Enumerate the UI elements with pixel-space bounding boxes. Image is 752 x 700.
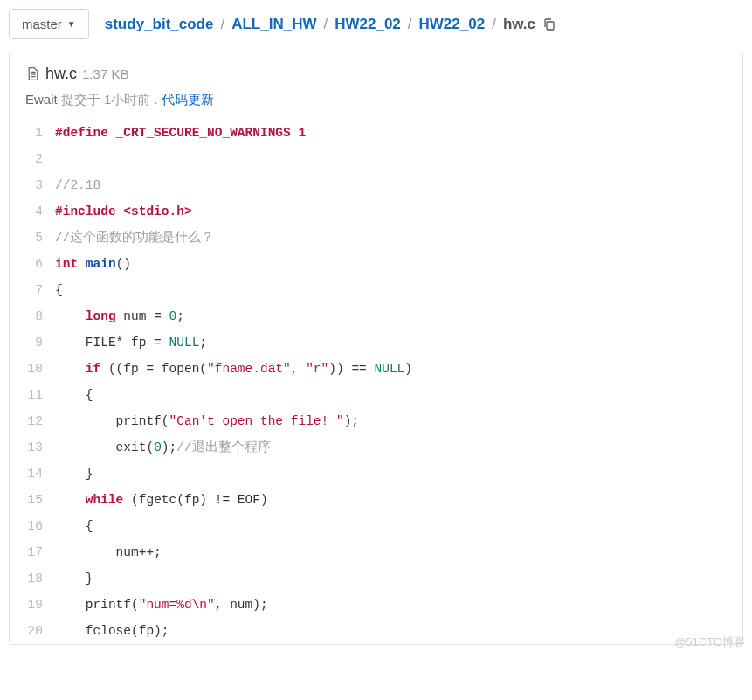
branch-selector[interactable]: master ▼ (9, 9, 89, 39)
line-number[interactable]: 6 (18, 251, 43, 277)
commit-dot: . (155, 92, 158, 107)
commit-author: Ewait (25, 92, 58, 107)
file-name: hw.c (45, 65, 77, 83)
line-number[interactable]: 4 (18, 198, 43, 225)
code-line: FILE* fp = NULL; (55, 329, 742, 356)
commit-message[interactable]: 代码更新 (162, 92, 214, 107)
breadcrumb-sep: / (492, 16, 496, 33)
code-line: int main() (55, 251, 742, 277)
file-title-row: hw.c 1.37 KB (25, 65, 727, 83)
breadcrumb-sep: / (408, 16, 412, 33)
line-number[interactable]: 16 (18, 513, 43, 539)
code-content: #define _CRT_SECURE_NO_WARNINGS 1 //2.18… (55, 120, 742, 644)
code-line: #define _CRT_SECURE_NO_WARNINGS 1 (55, 120, 742, 146)
commit-action: 提交于 (61, 92, 100, 107)
line-number-gutter: 1234567891011121314151617181920 (10, 120, 55, 644)
code-line: { (55, 277, 742, 303)
breadcrumb-link[interactable]: HW22_02 (419, 16, 486, 33)
code-line: printf("Can't open the file! "); (55, 408, 742, 434)
line-number[interactable]: 1 (18, 120, 43, 146)
code-line (55, 146, 742, 172)
line-number[interactable]: 8 (18, 303, 43, 329)
code-line: long num = 0; (55, 303, 742, 329)
code-line: //2.18 (55, 172, 742, 198)
file-panel: hw.c 1.37 KB Ewait 提交于 1小时前 . 代码更新 12345… (9, 52, 743, 645)
code-line: { (55, 513, 742, 539)
code-line: num++; (55, 539, 742, 565)
line-number[interactable]: 14 (18, 461, 43, 487)
code-line: fclose(fp); (55, 618, 742, 644)
caret-down-icon: ▼ (67, 19, 76, 29)
line-number[interactable]: 5 (18, 225, 43, 251)
svg-rect-0 (547, 22, 554, 30)
line-number[interactable]: 3 (18, 172, 43, 198)
file-header: hw.c 1.37 KB Ewait 提交于 1小时前 . 代码更新 (10, 52, 742, 114)
code-line: while (fgetc(fp) != EOF) (55, 487, 742, 513)
breadcrumb-link[interactable]: ALL_IN_HW (231, 16, 316, 33)
line-number[interactable]: 7 (18, 277, 43, 303)
breadcrumb-sep: / (323, 16, 328, 33)
breadcrumb-link[interactable]: study_bit_code (105, 16, 214, 33)
branch-label: master (22, 17, 62, 31)
line-number[interactable]: 9 (18, 329, 43, 356)
code-area: 1234567891011121314151617181920 #define … (10, 114, 742, 644)
breadcrumb-link[interactable]: HW22_02 (335, 16, 401, 33)
line-number[interactable]: 19 (18, 592, 43, 618)
breadcrumb: study_bit_code / ALL_IN_HW / HW22_02 / H… (105, 16, 556, 33)
file-size: 1.37 KB (82, 66, 128, 81)
code-line: printf("num=%d\n", num); (55, 592, 742, 618)
line-number[interactable]: 17 (18, 539, 43, 565)
commit-time: 1小时前 (104, 92, 150, 107)
line-number[interactable]: 15 (18, 487, 43, 513)
code-line: //这个函数的功能是什么？ (55, 225, 742, 251)
line-number[interactable]: 2 (18, 146, 43, 172)
header-row: master ▼ study_bit_code / ALL_IN_HW / HW… (9, 9, 743, 39)
code-line: #include <stdio.h> (55, 198, 742, 225)
code-line: if ((fp = fopen("fname.dat", "r")) == NU… (55, 356, 742, 382)
code-line: exit(0);//退出整个程序 (55, 434, 742, 461)
breadcrumb-current: hw.c (503, 16, 535, 33)
line-number[interactable]: 11 (18, 382, 43, 408)
line-number[interactable]: 13 (18, 434, 43, 461)
line-number[interactable]: 10 (18, 356, 43, 382)
file-icon (25, 66, 40, 81)
commit-info: Ewait 提交于 1小时前 . 代码更新 (25, 92, 727, 108)
code-line: } (55, 565, 742, 592)
line-number[interactable]: 12 (18, 408, 43, 434)
breadcrumb-sep: / (220, 16, 224, 33)
line-number[interactable]: 18 (18, 565, 43, 592)
code-line: { (55, 382, 742, 408)
copy-path-icon[interactable] (542, 17, 556, 31)
line-number[interactable]: 20 (18, 618, 43, 644)
code-line: } (55, 461, 742, 487)
